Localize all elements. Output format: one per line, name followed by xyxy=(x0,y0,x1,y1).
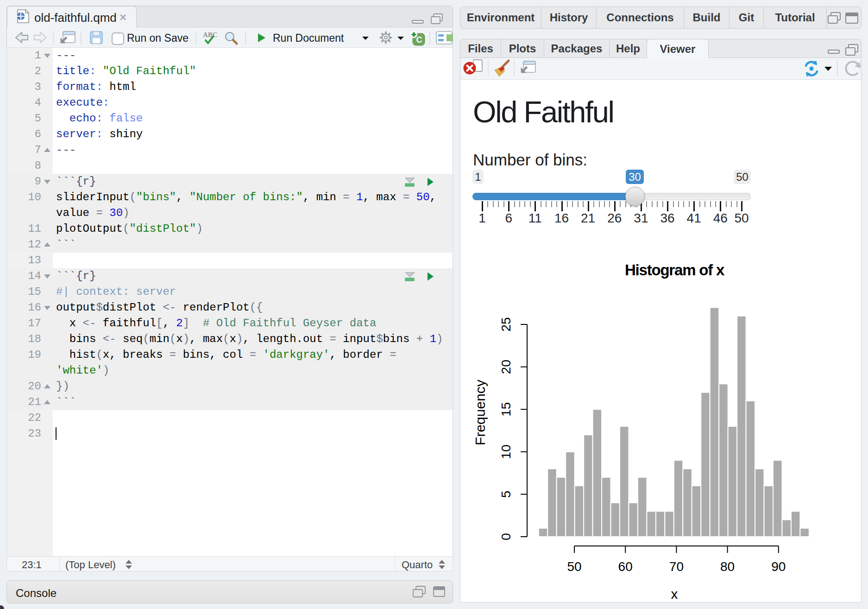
svg-text:0: 0 xyxy=(499,533,513,540)
svg-text:Histogram of x: Histogram of x xyxy=(625,261,725,279)
svg-text:5: 5 xyxy=(499,491,513,498)
svg-text:15: 15 xyxy=(499,402,513,417)
svg-text:Frequency: Frequency xyxy=(472,380,488,445)
svg-text:70: 70 xyxy=(669,559,684,574)
svg-text:25: 25 xyxy=(499,317,513,331)
svg-text:90: 90 xyxy=(771,559,786,574)
svg-text:50: 50 xyxy=(567,559,581,574)
svg-text:60: 60 xyxy=(618,559,633,574)
svg-text:20: 20 xyxy=(499,360,513,374)
svg-text:ABC: ABC xyxy=(203,31,218,38)
svg-text:C: C xyxy=(416,35,422,44)
svg-text:80: 80 xyxy=(720,559,735,574)
svg-text:10: 10 xyxy=(499,444,513,459)
svg-text:x: x xyxy=(671,586,678,600)
